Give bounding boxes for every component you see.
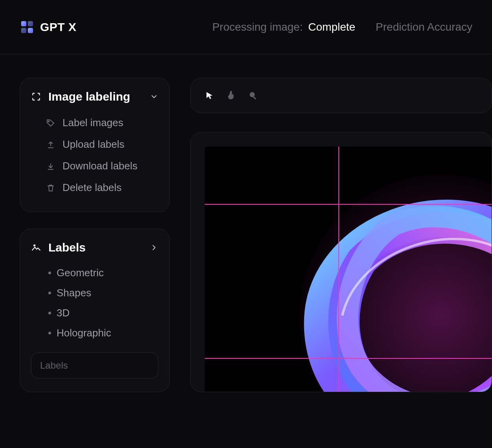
- labels-header[interactable]: Labels: [31, 241, 158, 254]
- brand-name: GPT X: [40, 20, 77, 34]
- download-icon: [46, 162, 55, 171]
- svg-rect-8: [253, 96, 256, 99]
- processing-label: Processing image:: [212, 21, 303, 33]
- canvas-frame: [190, 132, 492, 392]
- accuracy-label: Prediction Accuracy: [376, 21, 472, 33]
- zoom-tool[interactable]: [247, 90, 259, 101]
- image-labeling-title: Image labeling: [48, 90, 143, 103]
- focus-icon: [31, 92, 41, 102]
- label-holographic[interactable]: Holographic: [31, 323, 158, 343]
- label-text: Holographic: [57, 327, 111, 339]
- image-icon: [31, 242, 41, 253]
- image-canvas[interactable]: [205, 147, 492, 392]
- image-labeling-header[interactable]: Image labeling: [31, 90, 158, 103]
- label-search-input[interactable]: [40, 360, 158, 371]
- menu-item-label: Download labels: [62, 160, 138, 172]
- labels-title: Labels: [48, 241, 143, 254]
- label-text: Geometric: [57, 267, 104, 279]
- label-text: Shapes: [57, 287, 91, 299]
- label-search[interactable]: [31, 353, 158, 378]
- accuracy-status: Prediction Accuracy: [376, 21, 472, 33]
- menu-item-label: Label images: [62, 117, 123, 129]
- brand-logo-icon: [20, 20, 35, 35]
- sidebar: Image labeling Label images Upload label…: [20, 78, 170, 392]
- guide-horizontal-top[interactable]: [205, 204, 492, 205]
- menu-item-label: Delete labels: [62, 182, 121, 194]
- guide-horizontal-bottom[interactable]: [205, 358, 492, 359]
- svg-point-4: [48, 121, 49, 121]
- labels-panel: Labels Geometric Shapes 3D Holographic: [20, 229, 170, 392]
- subject-image: [275, 158, 492, 392]
- tag-icon: [46, 118, 55, 128]
- menu-item-label: Upload labels: [62, 138, 125, 151]
- cursor-tool[interactable]: [203, 90, 215, 101]
- svg-rect-2: [21, 28, 26, 33]
- pointer-tool[interactable]: [225, 90, 237, 101]
- cursor-icon: [204, 90, 214, 101]
- image-labeling-panel: Image labeling Label images Upload label…: [20, 78, 170, 212]
- guide-vertical[interactable]: [338, 147, 339, 392]
- pointer-icon: [226, 90, 236, 101]
- svg-rect-0: [21, 21, 26, 26]
- canvas-toolbar: [190, 78, 492, 113]
- label-shapes[interactable]: Shapes: [31, 283, 158, 303]
- svg-point-7: [250, 92, 255, 97]
- delete-labels-item[interactable]: Delete labels: [31, 177, 158, 198]
- chevron-down-icon: [150, 92, 158, 101]
- magnify-icon: [248, 90, 258, 101]
- svg-rect-3: [28, 28, 33, 33]
- label-images-item[interactable]: Label images: [31, 112, 158, 134]
- svg-rect-1: [28, 21, 33, 26]
- chevron-right-icon: [150, 243, 158, 252]
- upload-icon: [46, 140, 55, 149]
- processing-status: Processing image: Complete: [212, 21, 355, 33]
- label-3d[interactable]: 3D: [31, 303, 158, 323]
- brand[interactable]: GPT X: [20, 20, 77, 35]
- label-geometric[interactable]: Geometric: [31, 263, 158, 283]
- upload-labels-item[interactable]: Upload labels: [31, 134, 158, 155]
- download-labels-item[interactable]: Download labels: [31, 155, 158, 177]
- main: [190, 78, 492, 392]
- processing-value: Complete: [308, 21, 355, 33]
- trash-icon: [46, 183, 55, 193]
- label-text: 3D: [57, 307, 70, 319]
- app-header: GPT X Processing image: Complete Predict…: [0, 0, 492, 54]
- svg-point-5: [34, 245, 35, 246]
